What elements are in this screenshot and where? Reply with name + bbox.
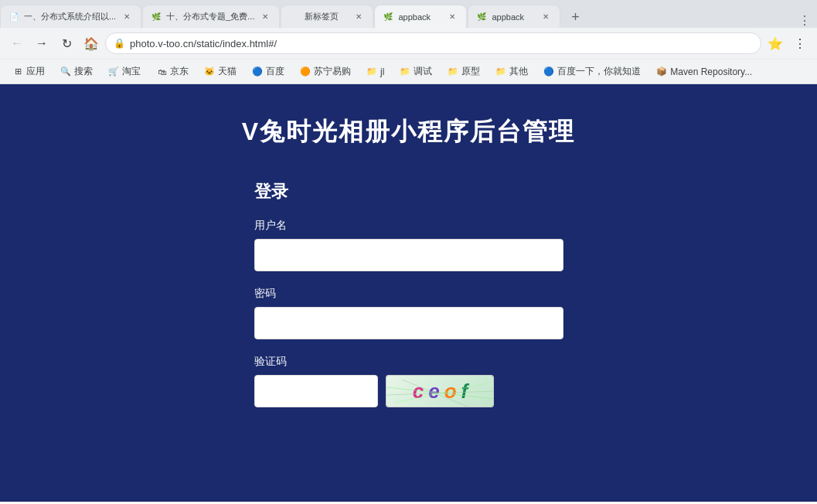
bookmark-tianmao-icon: 🐱 [204,66,215,77]
forward-button[interactable]: → [31,32,53,54]
bookmark-baidu-icon: 🔵 [252,66,263,77]
bookmark-baidu-label: 百度 [266,65,284,78]
tab-5-favicon: 🌿 [476,12,487,22]
bookmark-debug-icon: 📁 [400,66,410,77]
tab-1-title: 一、分布式系统介绍以... [24,11,116,22]
bookmark-jd-label: 京东 [170,65,189,78]
captcha-display-text: c e o f [386,376,493,407]
captcha-input[interactable] [254,375,378,407]
tab-4-favicon: 🌿 [383,12,393,22]
tab-4[interactable]: 🌿 appback ✕ [374,5,467,28]
bookmarks-bar: ⊞ 应用 🔍 搜索 🛒 淘宝 🛍 京东 🐱 天猫 🔵 百度 🟠 苏宁易购 📁 [0,59,817,83]
tab-1-close[interactable]: ✕ [121,11,133,23]
bookmark-suning-label: 苏宁易购 [314,65,351,78]
bookmark-search-label: 搜索 [74,65,93,78]
bookmark-maven[interactable]: 📦 Maven Repository... [650,65,758,79]
bookmark-other[interactable]: 📁 其他 [489,63,534,80]
tab-3-favicon [289,12,300,22]
profile-icon[interactable]: ⋮ [798,13,811,28]
bookmark-prototype[interactable]: 📁 原型 [441,63,486,80]
page-title: V兔时光相册小程序后台管理 [242,115,575,149]
lock-icon: 🔒 [114,38,125,49]
tab-2-favicon: 🌿 [151,12,162,22]
username-label: 用户名 [254,219,563,233]
captcha-input-group: c e o f [254,375,563,407]
tab-3-title: 新标签页 [305,11,348,22]
bookmark-debug-label: 调试 [414,65,432,78]
bookmark-suning[interactable]: 🟠 苏宁易购 [294,63,357,80]
bookmark-prototype-label: 原型 [461,65,480,78]
username-group: 用户名 [254,219,563,271]
bookmark-search-icon: 🔍 [60,66,71,77]
tab-5-close[interactable]: ✕ [540,11,552,23]
tab-bar-right: ⋮ [798,13,817,28]
menu-button[interactable]: ⋮ [789,32,811,54]
tab-5[interactable]: 🌿 appback ✕ [468,5,560,28]
login-form: 登录 用户名 密码 验证码 [254,180,563,423]
tab-2-close[interactable]: ✕ [259,11,271,23]
page-content: V兔时光相册小程序后台管理 登录 用户名 密码 验证码 [0,84,817,502]
bookmark-baidu2-label: 百度一下，你就知道 [557,65,641,78]
tab-3-close[interactable]: ✕ [352,11,365,23]
tab-3[interactable]: 新标签页 ✕ [281,5,373,28]
bookmark-other-icon: 📁 [495,66,506,77]
bookmark-jd[interactable]: 🛍 京东 [150,63,195,80]
bookmark-baidu2[interactable]: 🔵 百度一下，你就知道 [537,63,647,80]
bookmark-maven-label: Maven Repository... [670,66,752,77]
tab-2[interactable]: 🌿 十、分布式专题_免费... ✕ [142,5,280,28]
bookmark-baidu2-icon: 🔵 [543,66,554,77]
password-input[interactable] [254,307,563,339]
bookmark-taobao-label: 淘宝 [122,65,141,78]
bookmark-search[interactable]: 🔍 搜索 [54,63,99,80]
captcha-image[interactable]: c e o f [386,375,494,407]
address-bar[interactable]: 🔒 photo.v-too.cn/static/index.html#/ [105,32,761,54]
bookmark-debug[interactable]: 📁 调试 [393,63,438,80]
nav-bar: ← → ↻ 🏠 🔒 photo.v-too.cn/static/index.ht… [0,28,817,59]
form-title: 登录 [254,180,563,203]
bookmark-jl-icon: 📁 [366,66,377,77]
username-input[interactable] [254,239,563,271]
bookmark-apps-label: 应用 [26,65,45,78]
new-tab-button[interactable]: + [564,6,586,28]
browser-chrome: 📄 一、分布式系统介绍以... ✕ 🌿 十、分布式专题_免费... ✕ 新标签页… [0,0,817,84]
captcha-group: 验证码 c e o f [254,355,563,407]
bookmark-maven-icon: 📦 [656,66,667,77]
password-label: 密码 [254,287,563,301]
bookmark-other-label: 其他 [509,65,528,78]
bookmark-baidu[interactable]: 🔵 百度 [246,63,291,80]
tab-bar: 📄 一、分布式系统介绍以... ✕ 🌿 十、分布式专题_免费... ✕ 新标签页… [0,0,817,28]
back-button[interactable]: ← [6,32,28,54]
bookmark-taobao-icon: 🛒 [108,66,119,77]
home-button[interactable]: 🏠 [80,32,102,54]
password-group: 密码 [254,287,563,339]
bookmark-apps[interactable]: ⊞ 应用 [6,63,51,80]
bookmark-tianmao[interactable]: 🐱 天猫 [198,63,243,80]
bookmark-apps-icon: ⊞ [12,66,23,77]
extensions-button[interactable]: ⭐ [764,32,786,54]
tab-4-close[interactable]: ✕ [446,11,458,23]
bookmark-prototype-icon: 📁 [448,66,458,77]
captcha-label: 验证码 [254,355,563,369]
bookmark-suning-icon: 🟠 [300,66,311,77]
bookmark-jl-label: jl [380,66,384,77]
address-text: photo.v-too.cn/static/index.html#/ [130,38,753,49]
tab-4-title: appback [398,12,441,22]
tab-5-title: appback [492,12,535,22]
bookmark-taobao[interactable]: 🛒 淘宝 [102,63,147,80]
tab-1[interactable]: 📄 一、分布式系统介绍以... ✕ [0,5,141,28]
tab-2-title: 十、分布式专题_免费... [166,11,254,22]
tab-1-favicon: 📄 [9,12,19,22]
refresh-button[interactable]: ↻ [56,32,77,54]
bookmark-jd-icon: 🛍 [156,66,167,77]
bookmark-tianmao-label: 天猫 [218,65,237,78]
bookmark-jl[interactable]: 📁 jl [360,65,390,79]
